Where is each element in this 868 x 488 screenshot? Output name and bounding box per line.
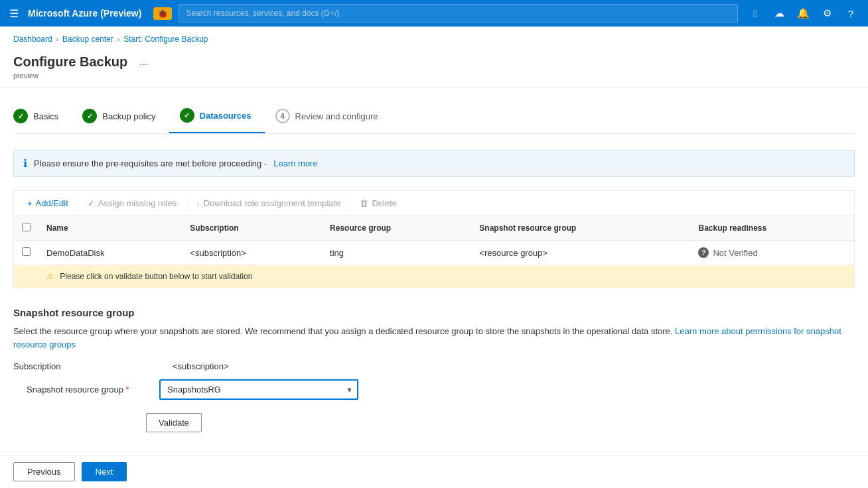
subscription-label: Subscription bbox=[13, 361, 159, 371]
wizard-step-review[interactable]: 4 Review and configure bbox=[265, 102, 392, 133]
assign-roles-button[interactable]: ✓ Assign missing roles bbox=[81, 195, 184, 212]
breadcrumb-configure-backup[interactable]: Start: Configure Backup bbox=[123, 34, 208, 44]
snapshot-rg-row: Snapshot resource group * SnapshotsRG ▼ bbox=[27, 379, 855, 400]
col-snapshot-rg: Snapshot resource group bbox=[471, 216, 690, 241]
wizard-step-basics[interactable]: ✓ Basics bbox=[13, 102, 72, 133]
breadcrumb-backup-center[interactable]: Backup center bbox=[62, 34, 113, 44]
validate-button[interactable]: Validate bbox=[146, 413, 202, 432]
help-icon[interactable]: ? bbox=[840, 3, 861, 24]
step-label-basics: Basics bbox=[33, 111, 58, 121]
breadcrumb: Dashboard › Backup center › Start: Confi… bbox=[0, 27, 868, 48]
snapshot-rg-select[interactable]: SnapshotsRG bbox=[159, 379, 358, 400]
previous-button[interactable]: Previous bbox=[13, 462, 75, 481]
warning-message: ⚠ Please click on validate button below … bbox=[38, 265, 855, 288]
page-header: Configure Backup ... preview bbox=[0, 48, 868, 88]
subscription-value: <subscription> bbox=[173, 361, 229, 371]
col-resource-group: Resource group bbox=[322, 216, 471, 241]
app-title: Microsoft Azure (Preview) bbox=[28, 8, 141, 19]
search-bar[interactable] bbox=[179, 4, 738, 23]
snapshot-rg-select-wrapper: SnapshotsRG ▼ bbox=[159, 379, 358, 400]
step-circle-backup-policy: ✓ bbox=[82, 109, 97, 123]
datasources-table: Name Subscription Resource group Snapsho… bbox=[13, 215, 855, 288]
col-name: Name bbox=[38, 216, 182, 241]
hamburger-menu-icon[interactable]: ☰ bbox=[7, 5, 21, 23]
download-template-button[interactable]: ↓ Download role assignment template bbox=[189, 195, 347, 212]
next-button[interactable]: Next bbox=[82, 462, 127, 481]
step-circle-basics: ✓ bbox=[13, 109, 28, 123]
download-icon: ↓ bbox=[196, 198, 200, 208]
top-bar-icon-group:  ☁ 🔔 ⚙ ? bbox=[745, 3, 861, 24]
bug-icon: 🐞 bbox=[153, 7, 172, 20]
delete-label: Delete bbox=[372, 198, 397, 208]
notifications-icon[interactable]: 🔔 bbox=[792, 3, 814, 24]
breadcrumb-sep-1: › bbox=[56, 36, 58, 43]
col-backup-readiness: Backup readiness bbox=[690, 216, 854, 241]
not-verified-text: Not Verified bbox=[713, 248, 757, 258]
toolbar-separator-1 bbox=[78, 197, 78, 210]
question-icon: ? bbox=[698, 247, 709, 258]
wizard-steps: ✓ Basics ✓ Backup policy ✓ Datasources 4… bbox=[13, 101, 855, 134]
breadcrumb-dashboard[interactable]: Dashboard bbox=[13, 34, 52, 44]
add-icon: + bbox=[27, 198, 33, 208]
subscription-row: Subscription <subscription> bbox=[13, 361, 855, 371]
table-row: DemoDataDisk <subscription> ting <resour… bbox=[14, 241, 855, 265]
snapshot-rg-label: Snapshot resource group * bbox=[27, 385, 159, 395]
top-navigation-bar: ☰ Microsoft Azure (Preview) 🐞  ☁ 🔔 ⚙ ? bbox=[0, 0, 868, 27]
row-checkbox-cell bbox=[14, 241, 39, 265]
main-content: ✓ Basics ✓ Backup policy ✓ Datasources 4… bbox=[0, 88, 868, 488]
row-backup-readiness: ? Not Verified bbox=[690, 241, 854, 265]
page-title: Configure Backup bbox=[13, 54, 127, 70]
snapshot-section: Snapshot resource group Select the resou… bbox=[13, 307, 855, 432]
settings-icon[interactable]: ⚙ bbox=[816, 3, 837, 24]
delete-button[interactable]: 🗑 Delete bbox=[353, 195, 403, 212]
page-subtitle: preview bbox=[13, 72, 855, 80]
step-label-datasources: Datasources bbox=[200, 111, 252, 121]
row-subscription: <subscription> bbox=[182, 241, 322, 265]
info-icon: ℹ bbox=[23, 157, 27, 170]
step-label-review: Review and configure bbox=[295, 111, 378, 121]
page-menu-button[interactable]: ... bbox=[134, 53, 153, 70]
col-subscription: Subscription bbox=[182, 216, 322, 241]
cloud-shell-icon[interactable]:  bbox=[745, 3, 766, 24]
row-name: DemoDataDisk bbox=[38, 241, 182, 265]
warning-icon: ⚠ bbox=[46, 272, 54, 281]
select-all-header bbox=[14, 216, 39, 241]
step-circle-review: 4 bbox=[275, 109, 290, 123]
snapshot-section-desc: Select the resource group where your sna… bbox=[13, 325, 855, 351]
breadcrumb-sep-2: › bbox=[117, 36, 119, 43]
row-checkbox[interactable] bbox=[22, 247, 31, 256]
wizard-step-backup-policy[interactable]: ✓ Backup policy bbox=[72, 102, 169, 133]
select-all-checkbox[interactable] bbox=[22, 223, 31, 231]
download-template-label: Download role assignment template bbox=[204, 198, 341, 208]
row-resource-group: <resource group> bbox=[471, 241, 690, 265]
snapshot-section-title: Snapshot resource group bbox=[13, 307, 855, 318]
required-marker: * bbox=[126, 385, 129, 395]
info-text: Please ensure the pre-requisites are met… bbox=[34, 158, 267, 168]
add-edit-label: Add/Edit bbox=[36, 198, 68, 208]
checkmark-icon: ✓ bbox=[88, 198, 95, 208]
add-edit-button[interactable]: + Add/Edit bbox=[21, 195, 75, 212]
info-banner: ℹ Please ensure the pre-requisites are m… bbox=[13, 150, 855, 177]
page-footer: Previous Next bbox=[0, 455, 868, 488]
page-title-area: Configure Backup ... preview bbox=[13, 53, 855, 80]
step-label-backup-policy: Backup policy bbox=[102, 111, 155, 121]
trash-icon: 🗑 bbox=[360, 198, 368, 208]
table-toolbar: + Add/Edit ✓ Assign missing roles ↓ Down… bbox=[13, 190, 855, 215]
search-input[interactable] bbox=[186, 9, 731, 18]
assign-roles-label: Assign missing roles bbox=[98, 198, 177, 208]
warning-row: ⚠ Please click on validate button below … bbox=[14, 265, 855, 288]
portal-feedback-icon[interactable]: ☁ bbox=[768, 3, 790, 24]
step-circle-datasources: ✓ bbox=[180, 108, 194, 123]
toolbar-separator-3 bbox=[350, 197, 350, 210]
row-snapshot-rg-ting: ting bbox=[322, 241, 471, 265]
learn-more-link[interactable]: Learn more bbox=[273, 158, 317, 168]
toolbar-separator-2 bbox=[186, 197, 186, 210]
wizard-step-datasources[interactable]: ✓ Datasources bbox=[169, 101, 265, 133]
not-verified-badge: ? Not Verified bbox=[698, 247, 846, 258]
